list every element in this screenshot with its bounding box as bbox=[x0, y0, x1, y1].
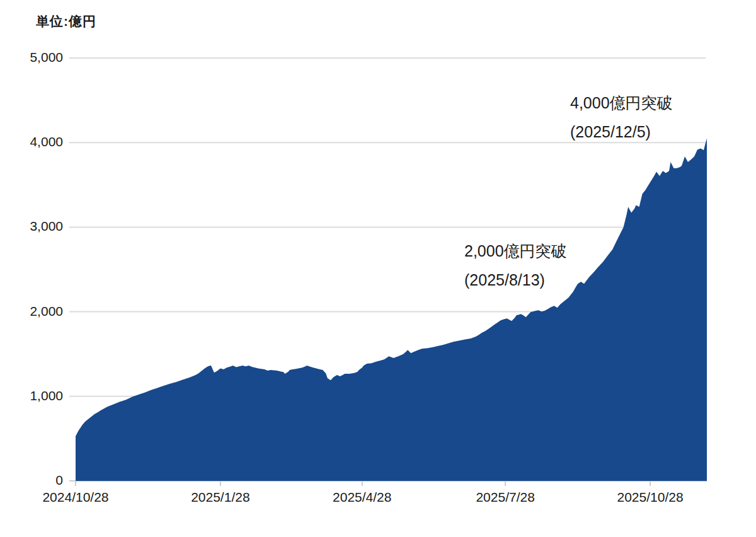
unit-label: 単位:億円 bbox=[36, 13, 96, 30]
x-axis-label: 2025/10/28 bbox=[575, 490, 726, 505]
annotation-2000: 2,000億円突破 (2025/8/13) bbox=[464, 236, 567, 294]
y-axis-label: 0 bbox=[0, 473, 63, 488]
area-chart-plot bbox=[0, 0, 756, 537]
y-axis-label: 2,000 bbox=[0, 304, 63, 319]
y-axis-label: 3,000 bbox=[0, 219, 63, 234]
annotation-2000-line1: 2,000億円突破 bbox=[464, 236, 567, 265]
y-axis-label: 5,000 bbox=[0, 50, 63, 65]
y-axis-label: 4,000 bbox=[0, 134, 63, 149]
chart-canvas: 単位:億円 01,0002,0003,0004,0005,000 2024/10… bbox=[0, 0, 756, 537]
annotation-4000: 4,000億円突破 (2025/12/5) bbox=[570, 88, 673, 146]
annotation-2000-line2: (2025/8/13) bbox=[464, 265, 567, 294]
area-series bbox=[76, 139, 707, 482]
x-axis-label: 2025/4/28 bbox=[287, 490, 438, 505]
annotation-4000-line2: (2025/12/5) bbox=[570, 117, 673, 146]
x-axis-label: 2025/7/28 bbox=[430, 490, 581, 505]
x-axis-label: 2025/1/28 bbox=[145, 490, 296, 505]
annotation-4000-line1: 4,000億円突破 bbox=[570, 88, 673, 117]
y-axis-label: 1,000 bbox=[0, 388, 63, 403]
x-axis-label: 2024/10/28 bbox=[0, 490, 151, 505]
